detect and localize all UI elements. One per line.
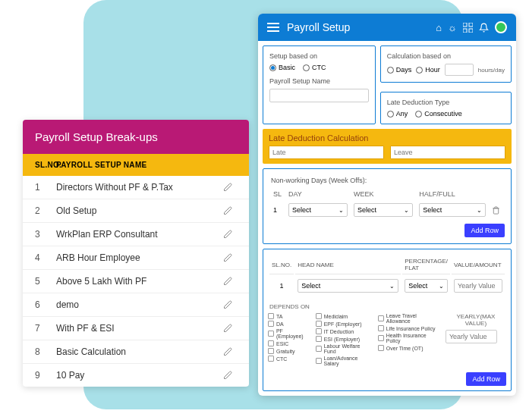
delete-icon[interactable] <box>492 206 501 215</box>
nwd-col-day: DAY <box>286 189 350 199</box>
setup-name-label: Payroll Setup Name <box>269 77 369 85</box>
radio-days[interactable]: Days <box>387 66 412 74</box>
depends-label: DEPENDS ON <box>269 303 506 310</box>
checkbox-esic[interactable]: ESIC <box>268 340 311 346</box>
heads-col-pf: PERCENTAGE/ FLAT <box>402 255 450 274</box>
nwd-addrow-button[interactable]: Add Row <box>464 224 505 237</box>
head-pf-select[interactable]: Select⌄ <box>405 279 448 293</box>
edit-icon[interactable] <box>223 371 237 380</box>
table-header: SL.NO. PAYROLL SETUP NAME <box>23 154 249 176</box>
app-header: Payroll Setup ⌂ ☼ <box>258 14 516 41</box>
checkbox-it-deduction[interactable]: IT Deduction <box>316 328 373 334</box>
edit-icon[interactable] <box>223 347 237 356</box>
nwd-col-week: WEEK <box>351 189 415 199</box>
checkbox-labour-welfare-fund[interactable]: Labour Welfare Fund <box>316 343 373 354</box>
leave-input[interactable] <box>390 146 505 159</box>
yearly-max-input[interactable] <box>446 330 497 343</box>
heads-table: SL.NO. HEAD NAME PERCENTAGE/ FLAT VALUE/… <box>268 254 506 297</box>
checkbox-health-insurance-policy[interactable]: Health Insurance Policy <box>378 333 441 343</box>
checkbox-life-insurance-policy[interactable]: Life Insurance Policy <box>378 325 441 331</box>
row-num: 9 <box>35 370 56 381</box>
heads-addrow-button[interactable]: Add Row <box>466 372 506 386</box>
edit-icon[interactable] <box>223 300 237 309</box>
checkbox-over-time-ot-[interactable]: Over Time (OT) <box>378 345 441 351</box>
head-name-select[interactable]: Select⌄ <box>298 279 398 293</box>
radio-consecutive[interactable]: Consecutive <box>415 110 462 118</box>
row-num: 5 <box>35 276 56 287</box>
late-type-legend: Late Deduction Type <box>387 99 505 106</box>
table-row: 6 demo <box>23 293 249 317</box>
checkbox-esi-employer-[interactable]: ESI (Employer) <box>316 336 373 342</box>
hours-unit: hours/day <box>478 67 505 74</box>
edit-icon[interactable] <box>223 206 237 215</box>
row-num: 4 <box>35 252 56 263</box>
menu-icon[interactable] <box>267 23 279 32</box>
setup-name-input[interactable] <box>269 89 369 102</box>
row-num: 7 <box>35 323 56 334</box>
bell-icon[interactable] <box>479 23 489 33</box>
edit-icon[interactable] <box>223 277 237 286</box>
nonworking-days-fieldset: Non-working Days (Week Offs): SL DAY WEE… <box>263 168 512 244</box>
nwd-row-num: 1 <box>271 201 285 219</box>
checkbox-ctc[interactable]: CTC <box>268 356 311 362</box>
col-slno: SL.NO. <box>35 161 56 169</box>
row-num: 1 <box>35 182 56 193</box>
checkbox-ta[interactable]: TA <box>268 313 311 319</box>
edit-icon[interactable] <box>223 324 237 333</box>
brightness-icon[interactable]: ☼ <box>448 22 457 33</box>
radio-any[interactable]: Any <box>387 110 408 118</box>
apps-icon[interactable] <box>463 23 473 33</box>
late-type-fieldset: Late Deduction Type Any Consecutive <box>380 92 512 124</box>
radio-basic[interactable]: Basic <box>269 64 295 71</box>
heads-block: SL.NO. HEAD NAME PERCENTAGE/ FLAT VALUE/… <box>263 249 512 391</box>
payroll-setup-card: Payroll Setup ⌂ ☼ Setup based on Basic C… <box>258 14 516 396</box>
table-row: 4 ARB Hour Employee <box>23 246 249 270</box>
yearly-max-label: YEARLY(MAX VALUE) <box>446 313 506 327</box>
hours-input[interactable] <box>445 64 474 76</box>
checkbox-gratuity[interactable]: Gratuity <box>268 348 311 354</box>
edit-icon[interactable] <box>223 230 237 239</box>
checkbox-pf-employee-[interactable]: PF (Employee) <box>268 328 311 339</box>
checkbox-epf-employer-[interactable]: EPF (Employer) <box>316 321 373 327</box>
radio-hour[interactable]: Hour <box>416 66 440 74</box>
svg-rect-2 <box>463 29 467 33</box>
nwd-title: Non-working Days (Week Offs): <box>269 175 505 187</box>
late-input[interactable] <box>269 146 384 159</box>
nwd-day-select[interactable]: Select⌄ <box>288 203 348 217</box>
row-name: Old Setup <box>56 205 223 216</box>
row-name: Basic Calculation <box>56 346 223 357</box>
page-title: Payroll Setup <box>287 21 436 33</box>
table-row: 5 Above 5 Lakh With PF <box>23 270 249 293</box>
nwd-col-sl: SL <box>271 189 285 199</box>
checkbox-da[interactable]: DA <box>268 321 311 327</box>
table-row: 1 Directors Without PF & P.Tax <box>23 176 249 199</box>
row-name: With PF & ESI <box>56 323 223 334</box>
calc-basis-legend: Calculation based on <box>387 52 505 60</box>
svg-rect-1 <box>469 23 473 27</box>
row-name: 10 Pay <box>56 370 223 381</box>
table-row: 2 Old Setup <box>23 199 249 223</box>
heads-col-sl: SL.NO. <box>269 255 294 274</box>
checkbox-mediclaim[interactable]: Mediclaim <box>316 313 373 319</box>
heads-col-name: HEAD NAME <box>295 255 401 274</box>
radio-ctc[interactable]: CTC <box>303 64 326 71</box>
heads-col-va: VALUE/AMOUNT <box>452 255 505 274</box>
table-row: 9 10 Pay <box>23 364 249 387</box>
heads-row-num: 1 <box>269 276 294 296</box>
nwd-row: 1 Select⌄ Select⌄ Select⌄ <box>271 201 503 219</box>
row-name: demo <box>56 299 223 310</box>
nwd-hf-select[interactable]: Select⌄ <box>419 203 486 217</box>
card-title: Payroll Setup Break-ups <box>23 120 249 154</box>
row-name: Directors Without PF & P.Tax <box>56 182 223 193</box>
checkbox-leave-travel-allowance[interactable]: Leave Travel Allowance <box>378 313 441 324</box>
checkbox-loan-advance-salary[interactable]: Loan/Advance Salary <box>316 356 373 366</box>
payroll-breakups-card: Payroll Setup Break-ups SL.NO. PAYROLL S… <box>23 120 249 387</box>
row-num: 8 <box>35 346 56 357</box>
edit-icon[interactable] <box>223 183 237 192</box>
home-icon[interactable]: ⌂ <box>436 22 442 33</box>
nwd-week-select[interactable]: Select⌄ <box>354 203 413 217</box>
row-name: ARB Hour Employee <box>56 252 223 263</box>
head-value-input[interactable] <box>454 279 502 293</box>
avatar[interactable] <box>495 21 507 33</box>
edit-icon[interactable] <box>223 253 237 262</box>
